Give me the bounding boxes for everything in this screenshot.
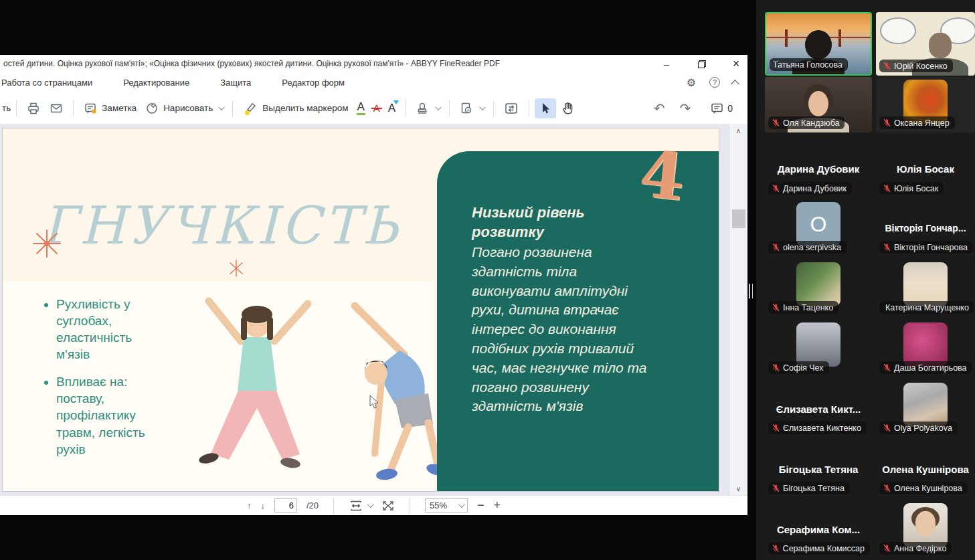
scrollbar-thumb[interactable] <box>732 209 745 228</box>
insert-text-button[interactable]: A <box>384 99 400 117</box>
participant-nametag: Серафима Комиссар <box>768 542 870 555</box>
slide-title: ГНУЧКІСТЬ <box>41 195 401 256</box>
zoom-in-button[interactable]: + <box>494 498 501 512</box>
help-icon[interactable]: ? <box>709 77 720 88</box>
settings-gear-icon[interactable]: ⚙ <box>687 76 696 89</box>
fit-width-icon <box>349 500 363 512</box>
menu-protection[interactable]: Защита <box>220 78 251 88</box>
underline-text-button[interactable]: A <box>353 98 369 118</box>
fullscreen-button[interactable] <box>381 500 395 512</box>
panel-resize-handle[interactable] <box>749 284 754 298</box>
muted-mic-icon <box>883 363 891 372</box>
hand-tool-button[interactable] <box>556 98 579 119</box>
participant-tile[interactable]: Олена Кушнірова Олена Кушнірова <box>876 440 975 498</box>
zoom-out-button[interactable]: − <box>477 498 484 512</box>
participant-avatar <box>796 322 840 367</box>
cursor-arrow-icon <box>539 102 552 115</box>
muted-mic-icon <box>883 184 891 193</box>
search-document-icon: A <box>459 101 474 116</box>
sparkle-icon <box>228 260 245 277</box>
muted-mic-icon <box>883 243 891 252</box>
envelope-icon <box>49 101 64 116</box>
muted-mic-icon <box>772 243 780 252</box>
chevron-down-icon <box>218 104 225 110</box>
menu-editing[interactable]: Редактирование <box>123 78 189 88</box>
participant-nametag: Olya Polyakova <box>879 422 958 434</box>
print-button[interactable] <box>22 98 45 119</box>
menu-pages[interactable]: Работа со страницами <box>1 78 92 88</box>
participant-avatar <box>903 322 948 367</box>
highlight-button[interactable]: Выделить маркером <box>238 98 352 119</box>
draw-button[interactable]: Нарисовать <box>141 98 227 119</box>
participant-nametag: Юлія Босак <box>879 182 944 195</box>
participant-tile[interactable]: Оксана Янцер <box>876 77 975 132</box>
participant-nametag: Олена Кушнірова <box>879 482 968 494</box>
page-number-input[interactable] <box>274 498 297 512</box>
toolbar: ть Заметка Нарисовать Выделить маркеро <box>0 92 747 124</box>
participant-tile[interactable]: Бігоцька Тетяна Бігоцька Тетяна <box>765 440 872 498</box>
note-label: Заметка <box>102 103 137 113</box>
participant-nametag: Дарина Дубовик <box>768 182 852 195</box>
restore-button[interactable] <box>695 58 707 70</box>
participant-tile[interactable]: Вікторія Гончар... Вікторія Гончарова <box>876 199 975 257</box>
pdf-page: ГНУЧКІСТЬ Рухливість у суглобах, еластич… <box>2 128 719 492</box>
muted-mic-icon <box>772 184 780 193</box>
vertical-scrollbar[interactable]: ∧ ∨ <box>729 124 747 495</box>
participant-tile[interactable]: Юрій Косенко <box>876 12 975 76</box>
collapse-ribbon-icon[interactable] <box>731 80 739 88</box>
next-page-button[interactable]: ↓ <box>260 500 265 510</box>
participant-tile[interactable]: Інна Таценко <box>765 260 872 317</box>
participant-avatar: O <box>796 202 840 246</box>
participant-tile[interactable]: Софія Чех <box>765 320 872 377</box>
muted-mic-icon <box>883 544 891 553</box>
participant-tile[interactable]: Olya Polyakova <box>876 380 975 438</box>
svg-text:A: A <box>467 108 470 112</box>
participant-tile[interactable]: Татьяна Голосова <box>765 12 872 76</box>
mouse-cursor <box>369 395 380 409</box>
insert-a-icon: A <box>388 102 395 114</box>
slide-box-body: Погано розвинена здатність тіла виконува… <box>472 243 651 416</box>
participant-tile[interactable]: Юлія Босак Юлія Босак <box>876 139 975 198</box>
participant-tile[interactable]: Серафима Ком... Серафима Комиссар <box>765 500 872 558</box>
hand-icon <box>560 101 575 116</box>
participant-avatar <box>903 503 948 547</box>
zoom-select[interactable]: 55% <box>425 498 468 512</box>
participant-tile[interactable]: O olena serpivska <box>765 199 872 257</box>
redo-button[interactable]: ↷ <box>679 102 691 115</box>
select-tool-button[interactable] <box>535 98 556 118</box>
previous-page-button[interactable]: ↑ <box>247 500 252 510</box>
slide-bullet-list: Рухливість у суглобах, еластичність м'яз… <box>43 296 167 468</box>
window-title: остей дитини. Оцінка рухової пам'яті»; «… <box>0 59 500 68</box>
chevron-down-icon <box>435 104 442 110</box>
comments-button[interactable]: 0 <box>705 98 737 118</box>
scroll-up-icon[interactable]: ∧ <box>729 125 747 136</box>
participant-tile[interactable]: Анна Федірко <box>876 500 975 558</box>
muted-mic-icon <box>883 62 891 70</box>
fit-width-button[interactable] <box>349 500 372 512</box>
participant-nametag: Вікторія Гончарова <box>879 241 973 254</box>
scroll-down-icon[interactable]: ∨ <box>729 483 747 494</box>
undo-button[interactable]: ↶ <box>654 102 665 115</box>
muted-mic-icon <box>772 424 780 432</box>
stamp-button[interactable] <box>411 98 444 119</box>
email-button[interactable] <box>45 98 68 119</box>
highlight-label: Выделить маркером <box>262 103 348 113</box>
strikethrough-text-button[interactable]: A <box>369 100 384 116</box>
participant-tile[interactable]: Дарина Дубовик Дарина Дубовик <box>765 139 872 198</box>
note-button[interactable]: Заметка <box>79 98 141 119</box>
muted-mic-icon <box>772 118 780 127</box>
chevron-down-icon <box>458 501 465 508</box>
stamp-icon <box>415 101 430 116</box>
participant-tile[interactable]: Катерина Марущенко <box>876 260 975 317</box>
strikethrough-a-icon: A <box>373 103 380 113</box>
minimize-button[interactable]: – <box>660 58 673 70</box>
convert-document-button[interactable] <box>499 98 523 119</box>
underline-a-icon: A <box>357 101 365 115</box>
participant-tile[interactable]: Оля Кандзюба <box>765 77 872 132</box>
menu-forms-editor[interactable]: Редактор форм <box>282 78 345 88</box>
participant-tile[interactable]: Даша Богатирьова <box>876 320 975 377</box>
close-button[interactable]: × <box>730 58 742 70</box>
participant-tile[interactable]: Єлизавета Кикт... Єлизавета Киктенко <box>765 380 872 438</box>
stretching-people-illustration <box>175 289 438 487</box>
search-document-button[interactable]: A <box>455 98 488 119</box>
